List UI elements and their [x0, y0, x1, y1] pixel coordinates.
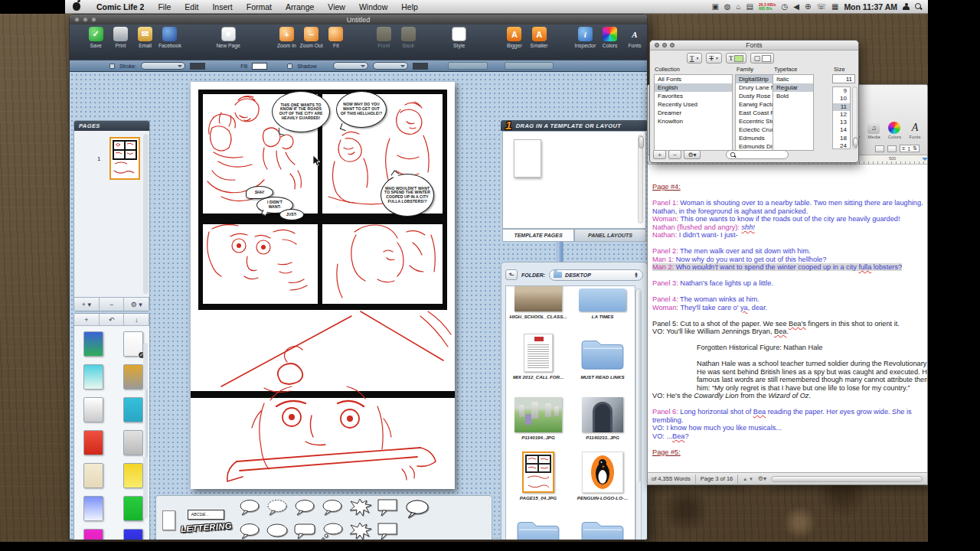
menu-item-window[interactable]: Window: [352, 2, 394, 11]
lettering-tool[interactable]: LETTERING: [181, 520, 233, 533]
input-icon[interactable]: ▦: [831, 2, 838, 11]
collection-english[interactable]: English: [655, 83, 732, 92]
balloon-tool-square[interactable]: [375, 522, 400, 541]
volume-icon[interactable]: ◀: [793, 2, 799, 11]
fit-button[interactable]: Fit: [324, 27, 348, 48]
balloon-tool-ellipse[interactable]: [265, 522, 289, 541]
menu-item-view[interactable]: View: [321, 2, 352, 11]
collection-all-fonts[interactable]: All Fonts: [655, 75, 732, 83]
style-swatch-4[interactable]: [83, 397, 103, 422]
size-14[interactable]: 14: [833, 126, 850, 134]
folder-up-button[interactable]: ⬑: [505, 269, 518, 280]
ruler-marker[interactable]: [922, 158, 928, 164]
stroke-checkbox[interactable]: [109, 64, 115, 69]
style-swatch-7[interactable]: [123, 430, 143, 455]
window-title-bar[interactable]: Untitled: [70, 15, 647, 24]
balloon-tool-oval-dashed[interactable]: [265, 498, 289, 520]
collection-recently-used[interactable]: Recently Used: [655, 100, 732, 109]
size-9[interactable]: 9: [833, 87, 850, 95]
comic-page-canvas[interactable]: THIS ONE WANTS TO KNOW IF THE ROADS OUT …: [191, 82, 455, 489]
new-page-button[interactable]: ★New Page: [216, 27, 240, 48]
collection-knowlton[interactable]: Knowlton: [655, 117, 732, 126]
strikethrough-button[interactable]: T▼: [706, 53, 721, 64]
menu-item-format[interactable]: Format: [240, 2, 279, 11]
size-13[interactable]: 13: [833, 119, 850, 126]
media-item-7[interactable]: PENGUIN-LOGO-LO-...: [570, 442, 635, 502]
save-button[interactable]: ✓Save: [83, 27, 108, 48]
style-swatch-13[interactable]: [123, 529, 143, 540]
back-button[interactable]: Back: [396, 27, 420, 48]
fill-color-well[interactable]: [252, 63, 267, 70]
speech-bubble[interactable]: JUST-: [279, 209, 304, 220]
template-scrollbar[interactable]: [638, 135, 643, 223]
undo-style-button[interactable]: ↶: [100, 314, 125, 325]
style-swatch-12[interactable]: [83, 529, 103, 540]
caption-text-tool[interactable]: ABCDE...: [188, 510, 224, 520]
fonts-toolbar-button[interactable]: AFonts: [909, 122, 921, 139]
menu-item-insert[interactable]: Insert: [205, 2, 239, 11]
typeface-regular[interactable]: Regular: [773, 83, 813, 92]
spotlight-icon[interactable]: [915, 3, 922, 10]
page-thumbnail[interactable]: [109, 137, 140, 180]
text-color-well[interactable]: [413, 63, 428, 70]
page-actions-button[interactable]: ⚙ ▾: [124, 298, 149, 311]
document-horizontal-scrollbar[interactable]: [771, 476, 923, 482]
style-swatch-9[interactable]: [123, 463, 143, 488]
colors-button[interactable]: Colors: [598, 27, 622, 48]
style-swatch-11[interactable]: [123, 496, 143, 521]
media-item-1[interactable]: LA TIMES: [570, 285, 635, 321]
caption-box-tool[interactable]: [162, 510, 175, 530]
balloon-tool-oval[interactable]: [320, 498, 345, 520]
size-list[interactable]: 910111213141824: [832, 86, 851, 149]
balloon-tool-rounded[interactable]: [292, 522, 317, 541]
size-10[interactable]: 10: [833, 95, 850, 103]
add-page-button[interactable]: + ▾: [74, 298, 100, 311]
menu-item-comic-life-2[interactable]: Comic Life 2: [90, 2, 151, 11]
home-icon[interactable]: ⌂: [737, 2, 741, 11]
menu-item-edit[interactable]: Edit: [178, 2, 205, 11]
size-dropdown[interactable]: [373, 62, 408, 70]
stroke-color-well[interactable]: [190, 63, 205, 70]
zoom-in-button[interactable]: +Zoom In: [274, 27, 299, 48]
collection-list[interactable]: All FontsEnglishFavoritesRecently UsedDr…: [654, 74, 733, 151]
fonts-actions-button[interactable]: ⚙▾: [684, 150, 701, 159]
user-menu-icon[interactable]: [903, 3, 910, 10]
media-item-5[interactable]: P1140233..JPG: [570, 381, 635, 442]
columns-button[interactable]: [875, 145, 884, 152]
document-color-button[interactable]: ▢: [750, 53, 774, 64]
menu-item-help[interactable]: Help: [394, 2, 425, 11]
balloon-tool-burst[interactable]: [348, 522, 372, 541]
media-item-0[interactable]: HIGH_SCHOOL_CLASS...: [506, 285, 570, 321]
stroke-style-dropdown[interactable]: [141, 62, 185, 70]
menu-clock[interactable]: Mon 11:37 AM: [844, 2, 897, 11]
font-dropdown[interactable]: [333, 62, 368, 70]
bold-italic-underline-segment[interactable]: [448, 62, 488, 70]
remove-collection-button[interactable]: −: [668, 150, 681, 159]
menu-item-arrange[interactable]: Arrange: [279, 2, 321, 11]
media-item-9[interactable]: PW POWER POINT: [570, 502, 635, 540]
media-toolbar-button[interactable]: ♫Media: [867, 122, 880, 139]
media-item-4[interactable]: P1140194..JPG: [506, 381, 570, 442]
speech-bubble[interactable]: WHO WOULDN'T WANT TO SPEND THE WINTER CO…: [381, 174, 434, 217]
size-11[interactable]: 11: [833, 103, 850, 111]
pages-scrollbar[interactable]: [143, 134, 149, 294]
list-button[interactable]: [887, 145, 897, 152]
blank-template-thumbnail[interactable]: [514, 139, 541, 178]
style-swatch-10[interactable]: [83, 496, 103, 521]
media-item-3[interactable]: MUST READ LINKS: [570, 321, 635, 381]
fonts-title-bar[interactable]: Fonts: [650, 41, 858, 51]
style-swatch-3[interactable]: [123, 364, 143, 390]
phone-icon[interactable]: ☏: [816, 2, 826, 11]
style-swatch-1[interactable]: ✓: [123, 331, 143, 357]
clock-icon[interactable]: ◷: [782, 2, 789, 11]
style-swatch-8[interactable]: [83, 463, 103, 488]
display-icon[interactable]: ▣: [711, 2, 718, 11]
tab-template-pages[interactable]: TEMPLATE PAGES: [502, 229, 574, 242]
collection-dreamer[interactable]: Dreamer: [655, 109, 732, 117]
size-field[interactable]: 11: [832, 74, 855, 83]
smaller-button[interactable]: ASmaller: [527, 27, 551, 48]
balloon-tool-square[interactable]: [375, 498, 400, 520]
zoom-out-button[interactable]: −Zoom Out: [299, 27, 324, 48]
front-button[interactable]: Front: [371, 27, 396, 48]
font-search-field[interactable]: [726, 150, 789, 159]
